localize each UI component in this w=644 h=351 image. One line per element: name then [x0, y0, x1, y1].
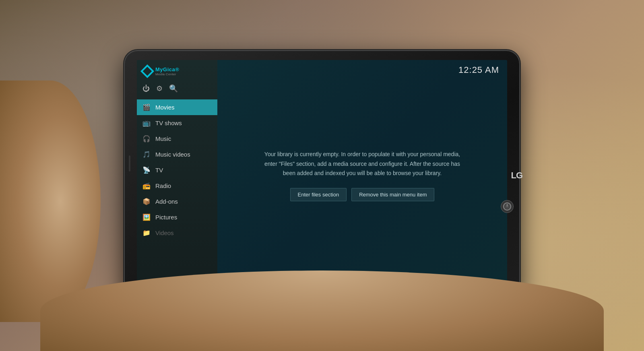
- sidebar-item-movies[interactable]: 🎬 Movies: [137, 99, 217, 115]
- movies-icon: 🎬: [142, 103, 151, 111]
- phone-side-button[interactable]: [129, 155, 130, 171]
- screen-content: MyGica® Media Center ⏻ ⚙ 🔍 🎬 Movies: [137, 60, 507, 291]
- lg-button[interactable]: [501, 200, 514, 213]
- menu-list: 🎬 Movies 📺 TV shows 🎧 Music 🎵 Music vide…: [137, 99, 217, 291]
- movies-label: Movies: [155, 104, 175, 111]
- top-controls: ⏻ ⚙ 🔍: [137, 81, 217, 99]
- enter-files-button[interactable]: Enter files section: [290, 188, 347, 201]
- sidebar-item-tv[interactable]: 📡 TV: [137, 162, 217, 178]
- lg-button-inner: [503, 202, 511, 211]
- lg-logo: LG: [511, 170, 522, 181]
- logo-diamond-icon: [140, 64, 154, 78]
- sidebar-item-tv-shows[interactable]: 📺 TV shows: [137, 115, 217, 131]
- music-label: Music: [155, 135, 171, 142]
- settings-icon[interactable]: ⚙: [156, 84, 163, 93]
- sidebar-item-addons[interactable]: 📦 Add-ons: [137, 194, 217, 209]
- sidebar-item-music[interactable]: 🎧 Music: [137, 131, 217, 147]
- sidebar-item-pictures[interactable]: 🖼️ Pictures: [137, 209, 217, 225]
- app-name: MyGica®: [155, 66, 179, 72]
- search-icon[interactable]: 🔍: [169, 84, 178, 93]
- tv-shows-icon: 📺: [142, 119, 151, 127]
- music-videos-icon: 🎵: [142, 151, 151, 158]
- pictures-icon: 🖼️: [142, 213, 151, 221]
- main-panel: Your library is currently empty. In orde…: [217, 60, 507, 291]
- phone-device: 12:25 AM MyGica® Media Center ⏻ ⚙ 🔍: [125, 51, 519, 300]
- videos-label: Videos: [155, 229, 174, 236]
- music-icon: 🎧: [142, 135, 151, 142]
- sidebar: MyGica® Media Center ⏻ ⚙ 🔍 🎬 Movies: [137, 60, 217, 291]
- sidebar-item-music-videos[interactable]: 🎵 Music videos: [137, 147, 217, 162]
- addons-label: Add-ons: [155, 198, 178, 205]
- sidebar-item-radio[interactable]: 📻 Radio: [137, 178, 217, 194]
- tv-label: TV: [155, 167, 163, 173]
- power-icon[interactable]: ⏻: [142, 85, 150, 93]
- videos-icon: 📁: [142, 229, 151, 237]
- sidebar-item-videos[interactable]: 📁 Videos: [137, 225, 217, 241]
- action-buttons: Enter files section Remove this main men…: [290, 188, 435, 201]
- addons-icon: 📦: [142, 198, 151, 205]
- tv-icon: 📡: [142, 166, 151, 174]
- hand-left: [0, 81, 101, 322]
- time-display: 12:25 AM: [458, 65, 499, 75]
- app-subtitle: Media Center: [155, 72, 179, 76]
- empty-library-message: Your library is currently empty. In orde…: [258, 150, 467, 178]
- radio-label: Radio: [155, 182, 171, 189]
- phone-screen: 12:25 AM MyGica® Media Center ⏻ ⚙ 🔍: [137, 60, 507, 291]
- tv-shows-label: TV shows: [155, 120, 182, 126]
- logo-text: MyGica® Media Center: [155, 66, 179, 76]
- pictures-label: Pictures: [155, 214, 177, 221]
- logo-area: MyGica® Media Center: [137, 60, 217, 81]
- remove-menu-item-button[interactable]: Remove this main menu item: [351, 188, 434, 201]
- radio-icon: 📻: [142, 182, 151, 190]
- hand-bottom: [40, 270, 604, 351]
- music-videos-label: Music videos: [155, 151, 190, 158]
